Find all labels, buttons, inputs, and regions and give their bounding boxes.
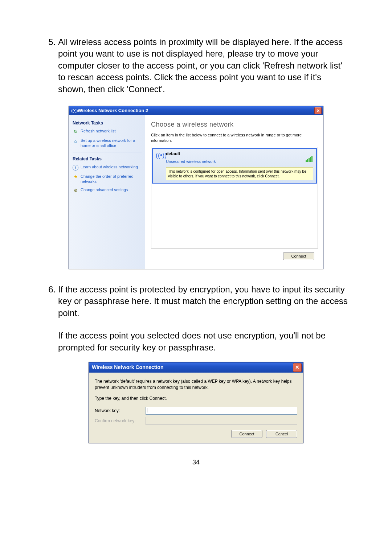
task-setup-wireless[interactable]: ⌂ Set up a wireless network for a home o… bbox=[73, 138, 142, 148]
window-title: Wireless Network Connection bbox=[92, 364, 163, 371]
dialog-body-text: The network 'default' requires a network… bbox=[95, 378, 297, 391]
connect-button[interactable]: Connect bbox=[283, 252, 314, 260]
input-network-key[interactable]: | bbox=[146, 407, 297, 415]
close-button[interactable]: ✕ bbox=[314, 107, 322, 114]
task-learn-wireless[interactable]: i Learn about wireless networking bbox=[73, 165, 142, 171]
divider bbox=[73, 152, 142, 152]
antenna-icon: ((•)) bbox=[156, 151, 164, 160]
step6-para2: If the access point you selected does no… bbox=[58, 330, 348, 353]
row-confirm-key: Confirm network key: bbox=[95, 417, 297, 425]
task-label: Refresh network list bbox=[81, 129, 116, 134]
titlebar: ((•)) Wireless Network Connection 2 ✕ bbox=[69, 106, 323, 115]
gear-icon: ⚙ bbox=[73, 188, 78, 193]
page-number: 34 bbox=[44, 458, 348, 467]
task-refresh-network-list[interactable]: ↻ Refresh network list bbox=[73, 129, 142, 135]
setup-icon: ⌂ bbox=[73, 138, 78, 144]
window-wireless-key-dialog: Wireless Network Connection ✕ The networ… bbox=[89, 362, 303, 443]
refresh-icon: ↻ bbox=[73, 129, 78, 135]
network-list-description: Click an item in the list below to conne… bbox=[151, 132, 318, 143]
network-warning: This network is configured for open acce… bbox=[166, 167, 313, 180]
window-wireless-connection-2: ((•)) Wireless Network Connection 2 ✕ Ne… bbox=[69, 106, 323, 269]
task-change-advanced[interactable]: ⚙ Change advanced settings bbox=[73, 188, 142, 193]
row-network-key: Network key: | bbox=[95, 407, 297, 415]
network-list: ((•)) default Unsecured wireless network… bbox=[151, 147, 318, 249]
close-button[interactable]: ✕ bbox=[293, 363, 302, 372]
task-label: Change advanced settings bbox=[81, 188, 128, 193]
input-confirm-key bbox=[146, 417, 297, 425]
task-change-order[interactable]: ★ Change the order of preferred networks bbox=[73, 174, 142, 184]
heading-choose-network: Choose a wireless network bbox=[151, 120, 318, 129]
label-network-key: Network key: bbox=[95, 408, 146, 414]
step-5: All wireless access points in proximity … bbox=[58, 36, 348, 95]
label-confirm-key: Confirm network key: bbox=[95, 418, 146, 424]
heading-related-tasks: Related Tasks bbox=[73, 156, 142, 162]
task-label: Set up a wireless network for a home or … bbox=[81, 138, 142, 148]
info-icon: i bbox=[73, 165, 78, 171]
titlebar: Wireless Network Connection ✕ bbox=[89, 362, 303, 373]
network-name: default bbox=[166, 151, 313, 157]
antenna-icon: ((•)) bbox=[71, 108, 76, 113]
screenshot-2-wrap: Wireless Network Connection ✕ The networ… bbox=[44, 362, 348, 443]
step-6: If the access point is protected by encr… bbox=[58, 284, 348, 319]
step5-text: All wireless access points in proximity … bbox=[58, 37, 343, 94]
screenshot-1-wrap: ((•)) Wireless Network Connection 2 ✕ Ne… bbox=[44, 106, 348, 269]
task-label: Change the order of preferred networks bbox=[81, 174, 142, 184]
sidebar: Network Tasks ↻ Refresh network list ⌂ S… bbox=[69, 115, 145, 269]
signal-strength-icon bbox=[306, 156, 313, 162]
network-security: Unsecured wireless network bbox=[166, 159, 313, 164]
cancel-button[interactable]: Cancel bbox=[266, 430, 297, 438]
heading-network-tasks: Network Tasks bbox=[73, 120, 142, 126]
network-item-default[interactable]: ((•)) default Unsecured wireless network… bbox=[152, 148, 317, 184]
window-title: Wireless Network Connection 2 bbox=[78, 107, 148, 114]
connect-button[interactable]: Connect bbox=[231, 430, 262, 438]
task-label: Learn about wireless networking bbox=[81, 165, 138, 170]
star-icon: ★ bbox=[73, 174, 78, 180]
step6-text: If the access point is protected by encr… bbox=[58, 284, 348, 318]
main-pane: Choose a wireless network Click an item … bbox=[145, 115, 323, 269]
dialog-type-key-text: Type the key, and then click Connect. bbox=[95, 395, 297, 402]
